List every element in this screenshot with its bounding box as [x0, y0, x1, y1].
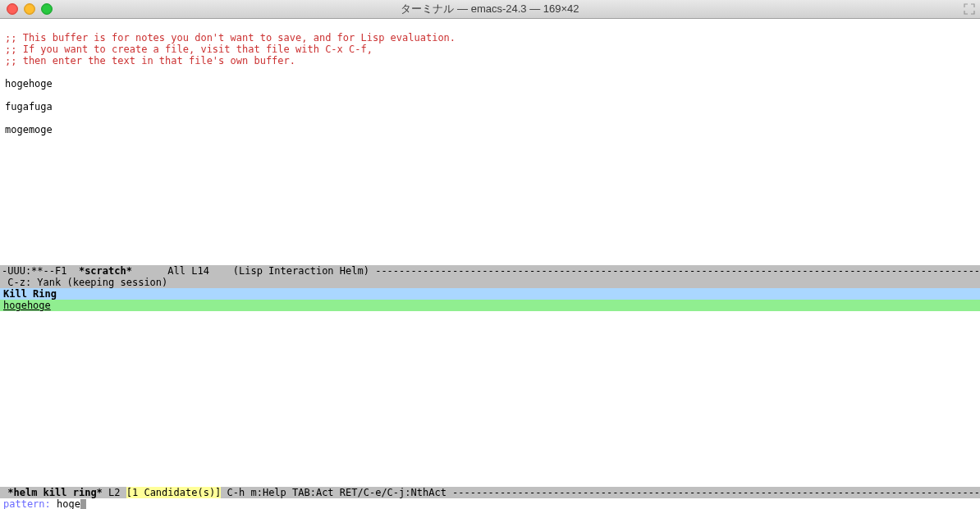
- scratch-buffer[interactable]: ;; This buffer is for notes you don't wa…: [0, 19, 980, 265]
- text-line: hogehoge: [5, 78, 53, 89]
- zoom-icon[interactable]: [41, 3, 53, 15]
- comment-line: ;; This buffer is for notes you don't wa…: [5, 32, 456, 44]
- helm-source-header: Kill Ring: [0, 288, 980, 300]
- comment-line: ;; then enter the text in that file's ow…: [5, 55, 295, 66]
- window-titlebar: ターミナル — emacs-24.3 — 169×42: [0, 0, 980, 19]
- comment-line: ;; If you want to create a file, visit t…: [5, 44, 373, 55]
- modeline-mode: All L14 (Lisp Interaction Helm): [132, 265, 375, 277]
- helm-source-title: Kill Ring: [3, 288, 57, 300]
- helm-help-line: C-z: Yank (keeping session): [0, 277, 980, 288]
- traffic-lights: [0, 3, 53, 15]
- modeline-fill: ----------------------------------------…: [452, 487, 980, 498]
- cursor: [80, 499, 86, 509]
- modeline-line: L2: [103, 487, 126, 498]
- modeline-bottom: *helm kill ring* L2 [1 Candidate(s)] C-h…: [0, 487, 980, 498]
- minibuffer-prompt: pattern:: [3, 498, 57, 509]
- minibuffer-input: hoge: [57, 498, 80, 509]
- fullscreen-icon[interactable]: [964, 3, 975, 15]
- helm-help-text: C-z: Yank (keeping session): [2, 277, 167, 288]
- modeline-flags: -UUU:**--F1: [2, 265, 79, 277]
- text-line: mogemoge: [5, 124, 53, 135]
- close-icon[interactable]: [7, 3, 18, 15]
- modeline-top: -UUU:**--F1 *scratch* All L14 (Lisp Inte…: [0, 265, 980, 277]
- helm-candidate[interactable]: hogehoge: [0, 300, 980, 311]
- helm-buffer-empty[interactable]: [0, 311, 980, 487]
- minimize-icon[interactable]: [24, 3, 35, 15]
- window-title: ターミナル — emacs-24.3 — 169×42: [0, 3, 980, 15]
- modeline-candidate-count: [1 Candidate(s)]: [126, 487, 222, 498]
- emacs-frame: ;; This buffer is for notes you don't wa…: [0, 19, 980, 509]
- minibuffer[interactable]: pattern: hoge: [0, 498, 980, 509]
- modeline-keys: C-h m:Help TAB:Act RET/C-e/C-j:NthAct: [221, 487, 452, 498]
- modeline-buffer-name: *helm kill ring*: [7, 487, 103, 498]
- text-line: fugafuga: [5, 101, 53, 112]
- modeline-fill: ----------------------------------------…: [375, 265, 980, 277]
- modeline-buffer-name: *scratch*: [79, 265, 132, 277]
- helm-candidate-text: hogehoge: [3, 300, 51, 311]
